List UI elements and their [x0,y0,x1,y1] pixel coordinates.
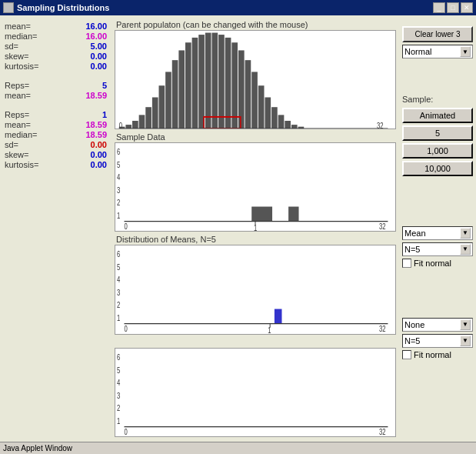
svg-text:32: 32 [379,222,386,231]
svg-text:5: 5 [117,161,120,169]
svg-rect-62 [115,349,395,436]
animated-button[interactable]: Animated [402,108,473,123]
normal-select[interactable]: Normal ▼ [402,45,473,58]
sd-label-1: sd= [5,42,18,51]
sd-value-1: 5.00 [76,42,107,51]
right-panel: Clear lower 3 Normal ▼ Sample: Animated … [399,15,476,442]
svg-text:4: 4 [117,276,120,285]
kurtosis-row-3: kurtosis= 0.00 [5,160,107,169]
svg-rect-8 [165,72,171,129]
svg-rect-49 [115,245,395,333]
svg-rect-22 [258,85,265,129]
svg-text:32: 32 [379,325,386,333]
chart4-section: 6 5 4 3 2 1 0 32 [115,338,396,437]
chart1-container[interactable]: 0 32 1 [115,30,396,129]
maximize-button[interactable]: □ [447,2,459,13]
kurtosis-value-1: 0.00 [76,62,107,71]
mean-label-2: mean= [5,91,31,100]
mean-select-arrow[interactable]: ▼ [460,228,471,239]
svg-rect-3 [132,121,138,129]
mean-value-2: 18.59 [76,91,107,100]
fit-normal-checkbox-chart3[interactable] [402,259,411,268]
median-value-1: 16.00 [76,32,107,41]
chart3-controls: Mean ▼ N=5 ▼ Fit normal [402,226,473,268]
skew-value-1: 0.00 [76,52,107,61]
sample-section: Sample: Animated 5 1,000 10,000 [402,95,473,176]
mean-label-1: mean= [5,22,31,31]
svg-rect-4 [139,115,145,129]
spacer1 [402,62,473,84]
n5-select-chart4-arrow[interactable]: ▼ [460,335,471,346]
chart3-title: Distribution of Means, N=5 [115,235,396,244]
mean-row-3: mean= 18.59 [5,120,107,129]
chart3-section: Distribution of Means, N=5 6 5 4 3 2 1 0 [115,235,396,334]
skew-row-1: skew= 0.00 [5,52,107,61]
kurtosis-label-3: kurtosis= [5,160,38,169]
chart1-title: Parent populaton (can be changed with th… [115,20,396,29]
reps-value-3: 1 [76,110,107,119]
chart1-svg: 0 32 1 [115,31,395,129]
none-select[interactable]: None ▼ [402,318,473,332]
n5-select-chart4[interactable]: N=5 ▼ [402,334,473,348]
svg-rect-21 [251,72,258,129]
normal-select-arrow[interactable]: ▼ [460,46,471,57]
fit-normal-label-chart4: Fit normal [414,350,451,359]
chart4-svg: 6 5 4 3 2 1 0 32 [115,349,395,436]
svg-text:4: 4 [117,379,120,387]
svg-text:1: 1 [117,314,120,322]
svg-text:1: 1 [117,416,120,425]
svg-rect-13 [198,35,205,129]
median-row-3: median= 18.59 [5,130,107,139]
median-value-3: 18.59 [76,130,107,139]
fit-normal-row-chart4: Fit normal [402,350,473,359]
chart2-section: Sample Data 6 5 4 3 2 1 0 3 [115,132,396,232]
main-content: mean= 16.00 median= 16.00 sd= 5.00 skew=… [0,15,476,442]
median-label-1: median= [5,32,38,41]
title-bar: Sampling Distributions _ □ ✕ [0,0,476,15]
svg-text:1: 1 [254,224,257,231]
close-button[interactable]: ✕ [461,2,473,13]
status-text: Java Applet Window [3,444,72,452]
svg-rect-11 [185,42,191,129]
sd-row-1: sd= 5.00 [5,42,107,51]
kurtosis-value-3: 0.00 [76,160,107,169]
fit-normal-checkbox-chart4[interactable] [402,350,411,359]
svg-text:2: 2 [117,302,120,310]
mean-select[interactable]: Mean ▼ [402,226,473,240]
n5-select-chart3-arrow[interactable]: ▼ [460,244,471,255]
svg-rect-27 [291,125,298,129]
spacer2 [402,179,473,217]
sample-10000-button[interactable]: 10,000 [402,161,473,176]
chart2-svg: 6 5 4 3 2 1 0 32 1 [115,143,395,231]
skew-row-3: skew= 0.00 [5,150,107,159]
app-icon [3,2,14,13]
fit-normal-row-chart3: Fit normal [402,259,473,268]
chart4-title [115,338,396,347]
chart2-container: 6 5 4 3 2 1 0 32 1 [115,142,396,232]
none-select-arrow[interactable]: ▼ [460,319,471,330]
sd-value-3: 0.00 [76,140,107,149]
n5-select-chart3[interactable]: N=5 ▼ [402,242,473,256]
svg-text:0: 0 [124,325,127,333]
reps-label-3: Reps= [5,110,29,119]
chart4-container: 6 5 4 3 2 1 0 32 [115,348,396,437]
svg-rect-24 [271,107,278,129]
top-controls: Clear lower 3 Normal ▼ [402,26,473,58]
sample-1000-button[interactable]: 1,000 [402,143,473,159]
svg-rect-17 [225,38,231,129]
svg-rect-18 [231,42,238,129]
svg-text:6: 6 [117,353,120,362]
skew-value-3: 0.00 [76,150,107,159]
window-title: Sampling Distributions [17,3,109,12]
svg-rect-6 [152,97,158,129]
svg-text:1: 1 [117,212,120,220]
kurtosis-label-1: kurtosis= [5,62,38,71]
reps-row-2: Reps= 5 [5,81,107,90]
svg-rect-20 [245,60,251,129]
minimize-button[interactable]: _ [433,2,445,13]
svg-rect-23 [265,97,271,129]
clear-lower-button[interactable]: Clear lower 3 [402,26,473,42]
spacer3 [402,271,473,309]
skew-label-3: skew= [5,150,29,159]
sample-5-button[interactable]: 5 [402,125,473,141]
